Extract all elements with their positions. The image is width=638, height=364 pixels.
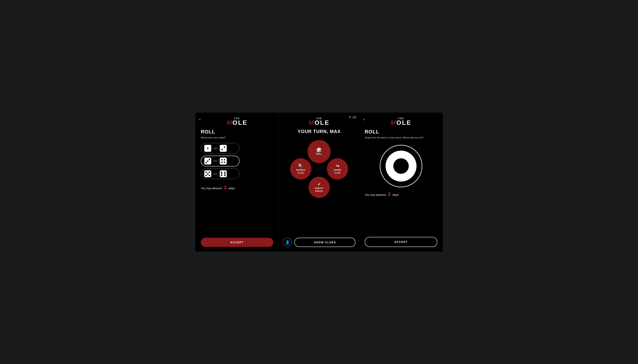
right-logo: THE MOLE xyxy=(365,117,437,126)
de-label: DE xyxy=(353,116,356,119)
search-icon: 🔍 xyxy=(298,164,303,168)
oder-3: oder xyxy=(213,172,218,175)
left-advance-post: steps xyxy=(228,187,235,190)
verify-label-line1: VERIFIY xyxy=(315,187,324,190)
left-advance-text: You may advance 2 steps xyxy=(201,184,273,190)
right-logo-m: M xyxy=(390,119,396,126)
share-label-line1: SHARE xyxy=(334,169,341,171)
left-accept-button[interactable]: ACCEPT xyxy=(201,238,273,247)
die-face-6 xyxy=(220,170,227,177)
middle-title: YOUR TURN, MAX xyxy=(297,129,341,134)
share-clue-button[interactable]: ↪ SHARE CLUE xyxy=(327,158,348,180)
right-back-button[interactable]: ‹ xyxy=(363,117,365,122)
left-back-button[interactable]: ‹ xyxy=(199,117,201,122)
right-advance-num: 2 xyxy=(388,191,391,197)
dice-row-2[interactable]: oder xyxy=(201,156,239,166)
verify-proof-button[interactable]: ✓ VERIFIY PROOF xyxy=(308,177,330,198)
left-panel-subtitle: What have you rolled? xyxy=(201,136,273,140)
main-wrapper: ‹ THE MOLE ROLL What have you rolled? od… xyxy=(195,112,443,252)
left-logo-mole: MOLE xyxy=(226,120,247,126)
left-logo-ole: OLE xyxy=(232,119,248,126)
user-icon-button[interactable]: 👤 xyxy=(283,238,292,247)
die-face-1 xyxy=(204,145,211,152)
oder-2: oder xyxy=(213,160,218,162)
right-logo-ole: OLE xyxy=(396,119,412,126)
right-logo-mole: MOLE xyxy=(390,120,411,126)
bullseye-outer-ring[interactable] xyxy=(380,145,422,187)
share-label-line2: CLUE xyxy=(334,172,340,174)
die-face-4 xyxy=(220,158,227,164)
left-logo: THE MOLE xyxy=(201,117,273,126)
bullseye-black-center xyxy=(393,158,409,174)
user-icon: 👤 xyxy=(285,240,290,245)
dice-row-3[interactable]: oder xyxy=(201,168,239,179)
search-clue-button[interactable]: 🔍 SEARCH CLUE xyxy=(290,158,311,180)
middle-logo: THE MOLE xyxy=(309,117,330,126)
dice-row-1[interactable]: oder xyxy=(201,143,239,154)
verify-icon: ✓ xyxy=(317,182,321,186)
right-advance-pre: You may advance xyxy=(365,193,386,196)
left-advance-num: 2 xyxy=(224,184,226,190)
actions-container: 🎲 ROLL 🔍 SEARCH CLUE ↪ SHARE CLUE ✓ xyxy=(290,140,348,198)
oder-1: oder xyxy=(213,147,218,150)
left-panel-title: ROLL xyxy=(201,129,273,135)
middle-panel: 🏳 DE THE MOLE YOUR TURN, MAX 🎲 ROLL 🔍 xyxy=(279,112,359,252)
bullseye-container xyxy=(365,145,437,187)
de-flag-area: 🏳 DE xyxy=(349,116,356,119)
die-face-3 xyxy=(204,158,211,164)
bullseye-white-ring xyxy=(386,150,417,182)
middle-bottom-bar: 👤 SHOW CLUES xyxy=(283,238,356,247)
roll-button[interactable]: 🎲 ROLL xyxy=(307,140,331,163)
right-accept-button[interactable]: ACCEPT xyxy=(365,237,437,247)
die-face-5 xyxy=(204,170,211,177)
search-label-line1: SEARCH xyxy=(296,169,305,171)
right-panel: ‹ THE MOLE ROLL Snap from the back of yo… xyxy=(359,112,443,252)
verify-label-line2: PROOF xyxy=(315,190,323,192)
left-logo-m: M xyxy=(226,119,232,126)
roll-label: ROLL xyxy=(316,153,322,155)
left-panel: ‹ THE MOLE ROLL What have you rolled? od… xyxy=(195,112,279,252)
roll-icon: 🎲 xyxy=(316,148,322,152)
right-panel-subtitle: Snap from the back of your hand. Where d… xyxy=(365,136,437,140)
search-label-line2: CLUE xyxy=(298,172,304,174)
outer-container: ‹ THE MOLE ROLL What have you rolled? od… xyxy=(192,109,447,255)
middle-logo-m: M xyxy=(309,119,315,126)
right-advance-text: You may advance 2 steps xyxy=(365,191,437,197)
right-panel-title: ROLL xyxy=(365,129,437,135)
share-icon: ↪ xyxy=(336,164,339,168)
middle-logo-ole: OLE xyxy=(314,119,330,126)
show-clues-button[interactable]: SHOW CLUES xyxy=(294,238,356,247)
middle-logo-mole: MOLE xyxy=(309,120,330,126)
right-advance-post: steps xyxy=(392,193,399,196)
dice-options: oder oder xyxy=(201,143,273,179)
die-face-2 xyxy=(220,145,227,152)
flag-icon: 🏳 xyxy=(349,116,352,119)
left-advance-pre: You may advance xyxy=(201,187,222,190)
